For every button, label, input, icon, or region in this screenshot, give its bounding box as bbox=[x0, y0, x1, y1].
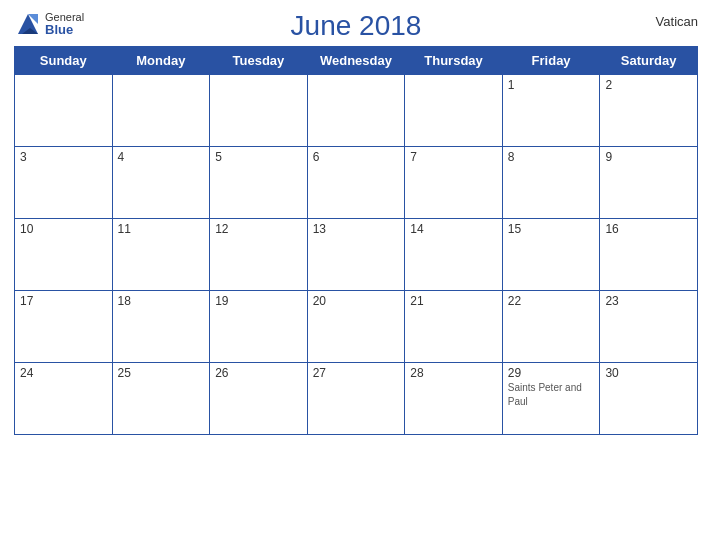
week-row-4: 242526272829Saints Peter and Paul30 bbox=[15, 363, 698, 435]
day-number: 21 bbox=[410, 294, 497, 308]
calendar-wrapper: General Blue June 2018 Vatican Sunday Mo… bbox=[0, 0, 712, 550]
day-cell: 26 bbox=[210, 363, 308, 435]
day-number: 28 bbox=[410, 366, 497, 380]
day-cell: 3 bbox=[15, 147, 113, 219]
day-number: 10 bbox=[20, 222, 107, 236]
week-row-0: 12 bbox=[15, 75, 698, 147]
day-cell: 16 bbox=[600, 219, 698, 291]
day-number: 4 bbox=[118, 150, 205, 164]
calendar-title: June 2018 bbox=[291, 10, 422, 42]
weekday-tuesday: Tuesday bbox=[210, 47, 308, 75]
day-number: 12 bbox=[215, 222, 302, 236]
day-number: 22 bbox=[508, 294, 595, 308]
day-number: 30 bbox=[605, 366, 692, 380]
day-number: 6 bbox=[313, 150, 400, 164]
day-cell bbox=[15, 75, 113, 147]
weekday-friday: Friday bbox=[502, 47, 600, 75]
day-cell: 4 bbox=[112, 147, 210, 219]
day-cell: 10 bbox=[15, 219, 113, 291]
day-cell: 2 bbox=[600, 75, 698, 147]
day-number: 23 bbox=[605, 294, 692, 308]
day-cell: 25 bbox=[112, 363, 210, 435]
week-row-1: 3456789 bbox=[15, 147, 698, 219]
day-cell: 5 bbox=[210, 147, 308, 219]
day-cell: 23 bbox=[600, 291, 698, 363]
day-event: Saints Peter and Paul bbox=[508, 382, 582, 407]
week-row-3: 17181920212223 bbox=[15, 291, 698, 363]
day-cell bbox=[112, 75, 210, 147]
calendar-body: 1234567891011121314151617181920212223242… bbox=[15, 75, 698, 435]
day-cell bbox=[307, 75, 405, 147]
logo-area: General Blue bbox=[14, 10, 84, 38]
day-number: 20 bbox=[313, 294, 400, 308]
week-row-2: 10111213141516 bbox=[15, 219, 698, 291]
day-cell: 30 bbox=[600, 363, 698, 435]
day-number: 13 bbox=[313, 222, 400, 236]
day-cell: 6 bbox=[307, 147, 405, 219]
day-cell: 14 bbox=[405, 219, 503, 291]
day-cell: 11 bbox=[112, 219, 210, 291]
day-cell: 15 bbox=[502, 219, 600, 291]
day-cell: 12 bbox=[210, 219, 308, 291]
header-top: General Blue June 2018 Vatican bbox=[14, 10, 698, 42]
day-number: 2 bbox=[605, 78, 692, 92]
logo-text: General Blue bbox=[45, 11, 84, 37]
day-cell: 9 bbox=[600, 147, 698, 219]
day-number: 5 bbox=[215, 150, 302, 164]
weekday-saturday: Saturday bbox=[600, 47, 698, 75]
day-number: 25 bbox=[118, 366, 205, 380]
day-cell: 17 bbox=[15, 291, 113, 363]
day-number: 16 bbox=[605, 222, 692, 236]
day-cell: 22 bbox=[502, 291, 600, 363]
day-cell: 28 bbox=[405, 363, 503, 435]
day-cell: 13 bbox=[307, 219, 405, 291]
day-cell: 24 bbox=[15, 363, 113, 435]
weekday-sunday: Sunday bbox=[15, 47, 113, 75]
day-cell: 18 bbox=[112, 291, 210, 363]
weekday-wednesday: Wednesday bbox=[307, 47, 405, 75]
day-number: 29 bbox=[508, 366, 595, 380]
calendar-table: Sunday Monday Tuesday Wednesday Thursday… bbox=[14, 46, 698, 435]
logo-icon bbox=[14, 10, 42, 38]
day-cell: 20 bbox=[307, 291, 405, 363]
calendar-header: Sunday Monday Tuesday Wednesday Thursday… bbox=[15, 47, 698, 75]
day-cell: 7 bbox=[405, 147, 503, 219]
day-cell: 29Saints Peter and Paul bbox=[502, 363, 600, 435]
day-number: 7 bbox=[410, 150, 497, 164]
day-number: 1 bbox=[508, 78, 595, 92]
day-number: 11 bbox=[118, 222, 205, 236]
day-number: 27 bbox=[313, 366, 400, 380]
day-cell bbox=[405, 75, 503, 147]
day-number: 17 bbox=[20, 294, 107, 308]
day-cell: 1 bbox=[502, 75, 600, 147]
weekday-monday: Monday bbox=[112, 47, 210, 75]
day-number: 9 bbox=[605, 150, 692, 164]
day-cell bbox=[210, 75, 308, 147]
day-number: 15 bbox=[508, 222, 595, 236]
country-label: Vatican bbox=[656, 14, 698, 29]
day-cell: 19 bbox=[210, 291, 308, 363]
day-number: 14 bbox=[410, 222, 497, 236]
day-number: 18 bbox=[118, 294, 205, 308]
day-number: 26 bbox=[215, 366, 302, 380]
day-cell: 21 bbox=[405, 291, 503, 363]
weekday-thursday: Thursday bbox=[405, 47, 503, 75]
day-cell: 27 bbox=[307, 363, 405, 435]
logo-blue-text: Blue bbox=[45, 23, 84, 37]
day-number: 24 bbox=[20, 366, 107, 380]
day-cell: 8 bbox=[502, 147, 600, 219]
day-number: 3 bbox=[20, 150, 107, 164]
weekday-row: Sunday Monday Tuesday Wednesday Thursday… bbox=[15, 47, 698, 75]
day-number: 8 bbox=[508, 150, 595, 164]
day-number: 19 bbox=[215, 294, 302, 308]
